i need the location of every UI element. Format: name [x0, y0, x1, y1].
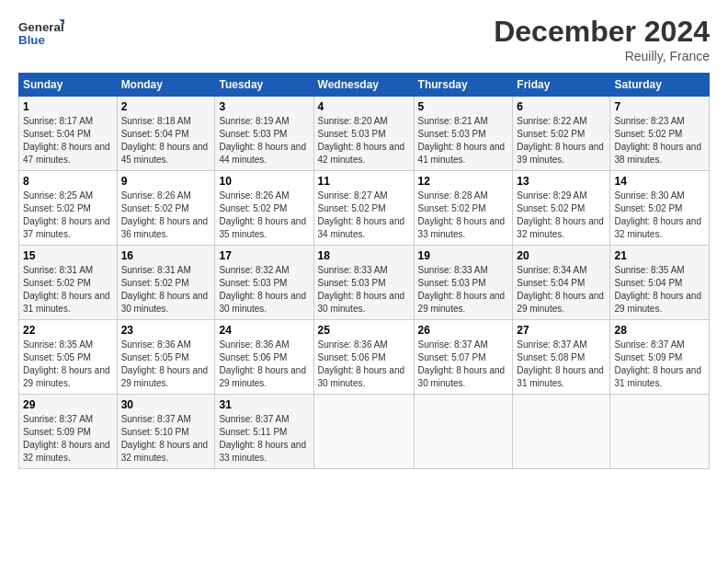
day-info: Sunrise: 8:33 AM Sunset: 5:03 PM Dayligh…: [318, 264, 410, 316]
day-number: 17: [219, 249, 309, 262]
day-number: 7: [614, 100, 705, 113]
col-monday: Monday: [117, 74, 215, 97]
day-number: 19: [418, 249, 509, 262]
day-number: 18: [318, 249, 410, 262]
day-number: 13: [517, 175, 606, 188]
day-number: 21: [614, 249, 705, 262]
col-tuesday: Tuesday: [215, 74, 313, 97]
calendar-cell: 23 Sunrise: 8:36 AM Sunset: 5:05 PM Dayl…: [117, 320, 215, 395]
calendar-cell: [414, 395, 513, 469]
day-number: 10: [219, 175, 309, 188]
header: General Blue December 2024 Reuilly, Fran…: [18, 15, 710, 63]
week-row-5: 29 Sunrise: 8:37 AM Sunset: 5:09 PM Dayl…: [19, 395, 710, 469]
day-info: Sunrise: 8:22 AM Sunset: 5:02 PM Dayligh…: [517, 115, 606, 167]
calendar-cell: 29 Sunrise: 8:37 AM Sunset: 5:09 PM Dayl…: [19, 395, 118, 469]
calendar-cell: 16 Sunrise: 8:31 AM Sunset: 5:02 PM Dayl…: [117, 246, 215, 320]
day-number: 20: [517, 249, 606, 262]
day-number: 22: [23, 324, 113, 337]
day-info: Sunrise: 8:35 AM Sunset: 5:05 PM Dayligh…: [23, 339, 113, 390]
calendar-cell: 6 Sunrise: 8:22 AM Sunset: 5:02 PM Dayli…: [513, 97, 610, 171]
day-info: Sunrise: 8:25 AM Sunset: 5:02 PM Dayligh…: [23, 190, 113, 241]
day-info: Sunrise: 8:21 AM Sunset: 5:03 PM Dayligh…: [418, 115, 509, 167]
calendar-cell: 27 Sunrise: 8:37 AM Sunset: 5:08 PM Dayl…: [513, 320, 610, 395]
calendar-cell: 31 Sunrise: 8:37 AM Sunset: 5:11 PM Dayl…: [215, 395, 313, 469]
day-number: 29: [23, 398, 113, 411]
page: General Blue December 2024 Reuilly, Fran…: [0, 0, 728, 563]
week-row-3: 15 Sunrise: 8:31 AM Sunset: 5:02 PM Dayl…: [19, 246, 710, 320]
day-number: 3: [219, 100, 309, 113]
calendar-cell: 26 Sunrise: 8:37 AM Sunset: 5:07 PM Dayl…: [414, 320, 513, 395]
calendar-cell: 22 Sunrise: 8:35 AM Sunset: 5:05 PM Dayl…: [19, 320, 118, 395]
calendar-cell: 18 Sunrise: 8:33 AM Sunset: 5:03 PM Dayl…: [313, 246, 414, 320]
day-info: Sunrise: 8:18 AM Sunset: 5:04 PM Dayligh…: [121, 115, 211, 167]
day-info: Sunrise: 8:34 AM Sunset: 5:04 PM Dayligh…: [517, 264, 606, 316]
col-saturday: Saturday: [610, 74, 710, 97]
day-info: Sunrise: 8:27 AM Sunset: 5:02 PM Dayligh…: [318, 190, 410, 241]
logo: General Blue: [18, 15, 64, 52]
day-info: Sunrise: 8:31 AM Sunset: 5:02 PM Dayligh…: [121, 264, 211, 316]
calendar-cell: 14 Sunrise: 8:30 AM Sunset: 5:02 PM Dayl…: [610, 171, 710, 246]
day-info: Sunrise: 8:19 AM Sunset: 5:03 PM Dayligh…: [219, 115, 309, 167]
calendar-cell: 17 Sunrise: 8:32 AM Sunset: 5:03 PM Dayl…: [215, 246, 313, 320]
calendar-table: Sunday Monday Tuesday Wednesday Thursday…: [18, 73, 710, 469]
day-info: Sunrise: 8:30 AM Sunset: 5:02 PM Dayligh…: [614, 190, 705, 241]
calendar-cell: 7 Sunrise: 8:23 AM Sunset: 5:02 PM Dayli…: [610, 97, 710, 171]
day-info: Sunrise: 8:37 AM Sunset: 5:11 PM Dayligh…: [219, 413, 309, 465]
calendar-cell: 10 Sunrise: 8:26 AM Sunset: 5:02 PM Dayl…: [215, 171, 313, 246]
calendar-cell: 1 Sunrise: 8:17 AM Sunset: 5:04 PM Dayli…: [19, 97, 118, 171]
calendar-cell: 8 Sunrise: 8:25 AM Sunset: 5:02 PM Dayli…: [19, 171, 118, 246]
day-number: 4: [318, 100, 410, 113]
day-info: Sunrise: 8:26 AM Sunset: 5:02 PM Dayligh…: [219, 190, 309, 241]
logo-svg: General Blue: [18, 15, 64, 52]
day-number: 11: [318, 175, 410, 188]
week-row-2: 8 Sunrise: 8:25 AM Sunset: 5:02 PM Dayli…: [19, 171, 710, 246]
calendar-cell: 12 Sunrise: 8:28 AM Sunset: 5:02 PM Dayl…: [414, 171, 513, 246]
day-info: Sunrise: 8:36 AM Sunset: 5:06 PM Dayligh…: [318, 339, 410, 390]
day-number: 30: [121, 398, 211, 411]
calendar-cell: 3 Sunrise: 8:19 AM Sunset: 5:03 PM Dayli…: [215, 97, 313, 171]
calendar-cell: [610, 395, 710, 469]
day-number: 14: [614, 175, 705, 188]
week-row-4: 22 Sunrise: 8:35 AM Sunset: 5:05 PM Dayl…: [19, 320, 710, 395]
day-number: 12: [418, 175, 509, 188]
day-info: Sunrise: 8:37 AM Sunset: 5:08 PM Dayligh…: [517, 339, 606, 390]
day-info: Sunrise: 8:37 AM Sunset: 5:09 PM Dayligh…: [614, 339, 705, 390]
day-info: Sunrise: 8:37 AM Sunset: 5:10 PM Dayligh…: [121, 413, 211, 465]
day-info: Sunrise: 8:17 AM Sunset: 5:04 PM Dayligh…: [23, 115, 113, 167]
week-row-1: 1 Sunrise: 8:17 AM Sunset: 5:04 PM Dayli…: [19, 97, 710, 171]
day-info: Sunrise: 8:37 AM Sunset: 5:09 PM Dayligh…: [23, 413, 113, 465]
calendar-cell: 4 Sunrise: 8:20 AM Sunset: 5:03 PM Dayli…: [313, 97, 414, 171]
calendar-cell: 28 Sunrise: 8:37 AM Sunset: 5:09 PM Dayl…: [610, 320, 710, 395]
day-number: 8: [23, 175, 113, 188]
calendar-cell: 13 Sunrise: 8:29 AM Sunset: 5:02 PM Dayl…: [513, 171, 610, 246]
calendar-cell: [313, 395, 414, 469]
header-row: Sunday Monday Tuesday Wednesday Thursday…: [19, 74, 710, 97]
calendar-cell: 25 Sunrise: 8:36 AM Sunset: 5:06 PM Dayl…: [313, 320, 414, 395]
day-info: Sunrise: 8:36 AM Sunset: 5:05 PM Dayligh…: [121, 339, 211, 390]
day-number: 23: [121, 324, 211, 337]
day-info: Sunrise: 8:26 AM Sunset: 5:02 PM Dayligh…: [121, 190, 211, 241]
day-number: 28: [614, 324, 705, 337]
day-number: 1: [23, 100, 113, 113]
calendar-cell: 20 Sunrise: 8:34 AM Sunset: 5:04 PM Dayl…: [513, 246, 610, 320]
day-number: 25: [318, 324, 410, 337]
day-number: 27: [517, 324, 606, 337]
day-info: Sunrise: 8:28 AM Sunset: 5:02 PM Dayligh…: [418, 190, 509, 241]
calendar-cell: 24 Sunrise: 8:36 AM Sunset: 5:06 PM Dayl…: [215, 320, 313, 395]
day-info: Sunrise: 8:20 AM Sunset: 5:03 PM Dayligh…: [318, 115, 410, 167]
day-number: 31: [219, 398, 309, 411]
day-info: Sunrise: 8:35 AM Sunset: 5:04 PM Dayligh…: [614, 264, 705, 316]
calendar-cell: 15 Sunrise: 8:31 AM Sunset: 5:02 PM Dayl…: [19, 246, 118, 320]
title-area: December 2024 Reuilly, France: [494, 15, 710, 63]
calendar-cell: 11 Sunrise: 8:27 AM Sunset: 5:02 PM Dayl…: [313, 171, 414, 246]
day-number: 26: [418, 324, 509, 337]
day-number: 2: [121, 100, 211, 113]
day-number: 5: [418, 100, 509, 113]
day-number: 16: [121, 249, 211, 262]
calendar-cell: [513, 395, 610, 469]
calendar-cell: 2 Sunrise: 8:18 AM Sunset: 5:04 PM Dayli…: [117, 97, 215, 171]
svg-text:General: General: [18, 20, 64, 34]
day-info: Sunrise: 8:33 AM Sunset: 5:03 PM Dayligh…: [418, 264, 509, 316]
month-title: December 2024: [494, 15, 710, 49]
day-number: 6: [517, 100, 606, 113]
